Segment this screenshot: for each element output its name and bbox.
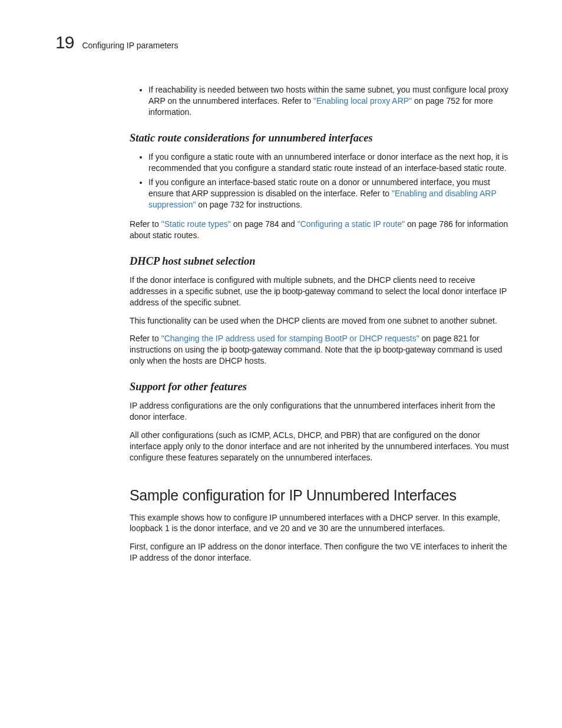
static-list: If you configure a static route with an …	[130, 151, 509, 210]
paragraph: This example shows how to configure IP u…	[130, 512, 509, 535]
list-item: If you configure an interface-based stat…	[148, 177, 509, 210]
paragraph: Refer to "Changing the IP address used f…	[130, 333, 509, 367]
list-item: If you configure a static route with an …	[148, 151, 509, 174]
link-enabling-local-proxy-arp[interactable]: "Enabling local proxy ARP"	[313, 96, 412, 106]
body-text: Refer to	[130, 334, 161, 343]
body-text: on page 732 for instructions.	[196, 200, 302, 209]
page-number: 19	[55, 32, 74, 52]
command-text: ip bootp-gateway	[221, 345, 282, 354]
header-title: Configuring IP parameters	[82, 41, 178, 50]
command-text: ip bootp-gateway	[274, 286, 335, 296]
heading-sample-configuration: Sample configuration for IP Unnumbered I…	[130, 487, 509, 504]
heading-dhcp-host-subnet: DHCP host subnet selection	[130, 255, 509, 268]
paragraph: Refer to "Static route types" on page 78…	[130, 219, 509, 241]
heading-support-other-features: Support for other features	[130, 381, 509, 393]
link-configuring-static-ip-route[interactable]: "Configuring a static IP route"	[297, 219, 405, 229]
paragraph: All other configurations (such as ICMP, …	[130, 430, 509, 463]
intro-list: If reachability is needed between two ho…	[130, 84, 509, 118]
body-text: Refer to	[130, 219, 161, 229]
body-text: on page 784 and	[231, 219, 297, 229]
body-text: If you configure a static route with an …	[148, 152, 508, 173]
body-text: command. Note that the	[282, 345, 374, 354]
paragraph: First, configure an IP address on the do…	[130, 541, 509, 564]
paragraph: If the donor interface is configured wit…	[130, 275, 509, 308]
command-text: ip bootp-gateway	[375, 345, 435, 354]
paragraph: IP address configurations are the only c…	[130, 400, 509, 423]
list-item: If reachability is needed between two ho…	[148, 84, 509, 118]
heading-static-route-considerations: Static route considerations for unnumber…	[130, 132, 509, 144]
paragraph: This functionality can be used when the …	[130, 315, 509, 327]
link-changing-ip-address-bootp[interactable]: "Changing the IP address used for stampi…	[161, 334, 419, 343]
document-page: 19 Configuring IP parameters If reachabi…	[0, 0, 562, 606]
content-area: If reachability is needed between two ho…	[130, 84, 509, 564]
page-header: 19 Configuring IP parameters	[55, 32, 509, 52]
link-static-route-types[interactable]: "Static route types"	[161, 219, 231, 229]
